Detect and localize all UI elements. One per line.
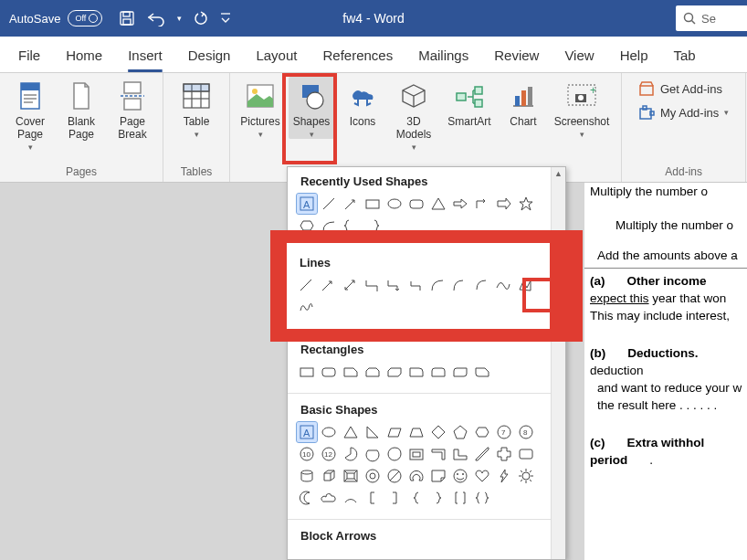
document-page[interactable]: Multiply the number o Multiply the numbe… bbox=[584, 183, 747, 560]
save-icon[interactable] bbox=[119, 10, 135, 26]
shape-elbow-connector[interactable] bbox=[363, 276, 383, 296]
undo-icon[interactable] bbox=[146, 10, 166, 26]
shape-scribble[interactable] bbox=[297, 298, 317, 318]
3d-models-button[interactable]: 3D Models ▾ bbox=[391, 77, 437, 152]
shape-round-single[interactable] bbox=[406, 362, 426, 382]
shape-moon[interactable] bbox=[297, 488, 317, 508]
pictures-button[interactable]: Pictures ▾ bbox=[237, 77, 283, 139]
shape-oval[interactable] bbox=[319, 422, 339, 442]
shape-brace-right[interactable] bbox=[363, 216, 383, 236]
shape-line-arrow[interactable] bbox=[319, 276, 339, 296]
shape-oval[interactable] bbox=[384, 194, 405, 214]
shape-elbow-arrow[interactable] bbox=[472, 194, 492, 214]
scroll-up-icon[interactable]: ▲ bbox=[554, 167, 563, 180]
shape-round-same[interactable] bbox=[428, 362, 448, 382]
shape-line-arrow[interactable] bbox=[341, 194, 361, 214]
shape-triangle[interactable] bbox=[428, 194, 448, 214]
blank-page-button[interactable]: Blank Page bbox=[58, 77, 104, 141]
undo-caret-icon[interactable]: ▾ bbox=[177, 14, 182, 23]
search-box[interactable]: Se bbox=[676, 5, 747, 31]
shape-donut[interactable] bbox=[363, 466, 383, 486]
dropdown-scrollbar[interactable]: ▲ bbox=[551, 167, 565, 559]
toggle-switch[interactable]: Off bbox=[68, 10, 102, 26]
shape-line[interactable] bbox=[319, 194, 339, 214]
shape-arc[interactable] bbox=[341, 488, 361, 508]
shape-bevel[interactable] bbox=[341, 466, 361, 486]
shape-hexagon[interactable] bbox=[297, 216, 317, 236]
tab-design[interactable]: Design bbox=[175, 40, 244, 72]
shape-triangle[interactable] bbox=[341, 422, 361, 442]
shape-pentagon[interactable] bbox=[450, 422, 470, 442]
autosave-toggle[interactable]: AutoSave Off bbox=[9, 10, 102, 26]
shape-curve-connector[interactable] bbox=[428, 276, 448, 296]
shape-no-symbol[interactable] bbox=[384, 466, 405, 486]
tab-table[interactable]: Tab bbox=[661, 40, 709, 72]
tab-home[interactable]: Home bbox=[53, 40, 115, 72]
shape-line-double-arrow[interactable] bbox=[341, 276, 361, 296]
shape-lightning[interactable] bbox=[494, 466, 514, 486]
table-button[interactable]: Table ▾ bbox=[171, 77, 222, 139]
shape-brace[interactable] bbox=[341, 216, 361, 236]
shape-elbow-double-arrow[interactable] bbox=[406, 276, 426, 296]
shapes-button[interactable]: Shapes ▾ bbox=[289, 77, 334, 139]
shape-cross[interactable] bbox=[494, 444, 514, 464]
shape-round-diag[interactable] bbox=[450, 362, 470, 382]
shape-cube[interactable] bbox=[319, 466, 339, 486]
shape-brace-right[interactable] bbox=[428, 488, 448, 508]
shape-rectangle[interactable] bbox=[363, 194, 383, 214]
qat-more-icon[interactable] bbox=[220, 12, 231, 25]
shape-folded-corner[interactable] bbox=[428, 466, 448, 486]
my-addins-button[interactable]: My Add-ins ▾ bbox=[638, 104, 729, 121]
shape-decagon[interactable]: 10 bbox=[297, 444, 317, 464]
shape-rounded-rect[interactable] bbox=[406, 194, 426, 214]
shape-brace-left[interactable] bbox=[406, 488, 426, 508]
tab-references[interactable]: References bbox=[310, 40, 405, 72]
page-break-button[interactable]: Page Break bbox=[110, 77, 155, 141]
shape-textbox[interactable]: A bbox=[297, 422, 317, 442]
shape-curve[interactable] bbox=[494, 276, 514, 296]
shape-smiley[interactable] bbox=[450, 466, 470, 486]
shape-textbox[interactable]: A bbox=[297, 194, 317, 214]
shape-snip-single[interactable] bbox=[341, 362, 361, 382]
shape-curve-double-arrow[interactable] bbox=[472, 276, 492, 296]
shape-half-frame[interactable] bbox=[428, 444, 448, 464]
tab-help[interactable]: Help bbox=[607, 40, 661, 72]
shape-hexagon[interactable] bbox=[472, 422, 492, 442]
screenshot-button[interactable]: + Screenshot ▾ bbox=[550, 77, 614, 139]
smartart-button[interactable]: SmartArt bbox=[442, 77, 497, 128]
shape-l-shape[interactable] bbox=[450, 444, 470, 464]
get-addins-button[interactable]: Get Add-ins bbox=[638, 80, 729, 97]
shape-diamond[interactable] bbox=[428, 422, 448, 442]
shape-pie[interactable] bbox=[341, 444, 361, 464]
shape-snip-round[interactable] bbox=[472, 362, 492, 382]
tab-insert[interactable]: Insert bbox=[115, 40, 175, 72]
tab-file[interactable]: File bbox=[5, 40, 53, 72]
shape-block-arc[interactable] bbox=[406, 466, 426, 486]
tab-mailings[interactable]: Mailings bbox=[405, 40, 481, 72]
chart-button[interactable]: Chart bbox=[502, 77, 544, 128]
shape-dodecagon[interactable]: 12 bbox=[319, 444, 339, 464]
shape-plaque[interactable] bbox=[516, 444, 536, 464]
shape-chord[interactable] bbox=[363, 444, 383, 464]
shape-frame[interactable] bbox=[406, 444, 426, 464]
shape-double-brace[interactable] bbox=[472, 488, 492, 508]
shape-curve-arrow-connector[interactable] bbox=[450, 276, 470, 296]
shape-trapezoid[interactable] bbox=[406, 422, 426, 442]
shape-connector[interactable] bbox=[319, 216, 339, 236]
icons-button[interactable]: Icons bbox=[340, 77, 385, 128]
shape-bracket-left[interactable] bbox=[363, 488, 383, 508]
shape-block-arrow[interactable] bbox=[494, 194, 514, 214]
shape-heptagon[interactable]: 7 bbox=[494, 422, 514, 442]
tab-layout[interactable]: Layout bbox=[243, 40, 310, 72]
shape-elbow-arrow-connector[interactable] bbox=[384, 276, 405, 296]
shape-double-bracket[interactable] bbox=[450, 488, 470, 508]
shape-octagon[interactable]: 8 bbox=[516, 422, 536, 442]
shape-bracket-right[interactable] bbox=[384, 488, 405, 508]
shape-snip-same[interactable] bbox=[363, 362, 383, 382]
shape-cloud[interactable] bbox=[319, 488, 339, 508]
shape-heart[interactable] bbox=[472, 466, 492, 486]
shape-star[interactable] bbox=[516, 194, 536, 214]
shape-parallelogram[interactable] bbox=[384, 422, 405, 442]
redo-icon[interactable] bbox=[193, 10, 209, 26]
shape-snip-diag[interactable] bbox=[384, 362, 405, 382]
